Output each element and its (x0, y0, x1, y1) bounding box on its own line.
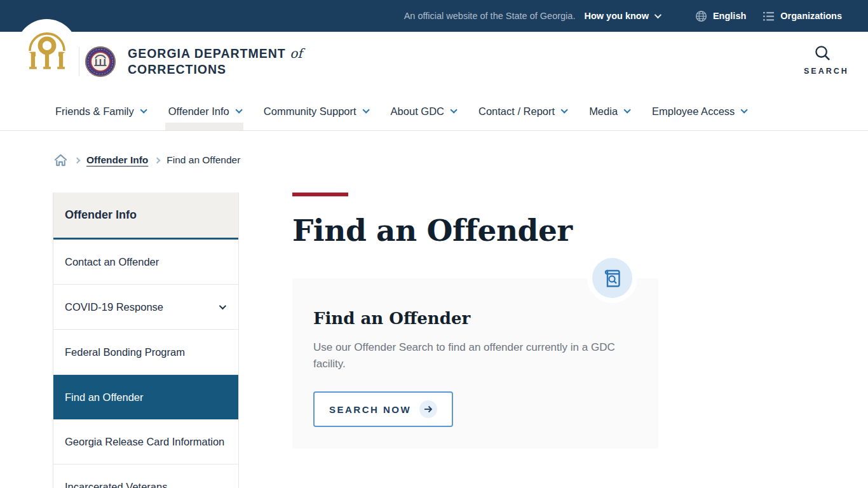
book-search-icon (602, 268, 623, 289)
header-divider (79, 47, 79, 76)
sidebar-item-incarcerated-veterans[interactable]: Incarcerated Veterans (53, 464, 238, 488)
nav-community-support[interactable]: Community Support (261, 92, 370, 130)
globe-icon (695, 10, 707, 22)
nav-offender-info[interactable]: Offender Info (165, 92, 243, 130)
search-icon (814, 44, 831, 62)
chevron-down-icon (654, 11, 661, 18)
agency-line1: GEORGIA DEPARTMENT of (128, 46, 302, 62)
card-icon-badge (592, 258, 632, 298)
chevron-down-icon (235, 106, 242, 113)
sidebar-item-georgia-release-card[interactable]: Georgia Release Card Information (53, 419, 238, 464)
find-offender-card: Find an Offender Use our Offender Search… (292, 278, 658, 449)
nav-friends-family[interactable]: Friends & Family (52, 92, 148, 130)
org-list-icon (763, 11, 775, 22)
chevron-down-icon (741, 106, 748, 113)
breadcrumb-separator-icon (74, 157, 81, 163)
nav-contact-report[interactable]: Contact / Report (475, 92, 569, 130)
chevron-down-icon (219, 302, 226, 309)
search-label: SEARCH (804, 67, 841, 76)
chevron-down-icon (450, 106, 457, 113)
nav-employee-access[interactable]: Employee Access (649, 92, 749, 130)
chevron-down-icon (561, 106, 568, 113)
breadcrumb-current: Find an Offender (166, 154, 240, 166)
sidebar-item-find-an-offender[interactable]: Find an Offender (53, 375, 238, 419)
search-now-button[interactable]: SEARCH NOW (313, 391, 453, 427)
how-you-know-dropdown[interactable]: How you know (584, 11, 660, 21)
organizations-link[interactable]: Organizations (763, 11, 842, 22)
site-search-button[interactable]: SEARCH (804, 44, 841, 76)
georgia-arch-logo[interactable] (16, 19, 78, 81)
main-content: Find an Offender Find an Offender Use ou… (292, 193, 658, 488)
breadcrumb: Offender Info Find an Offender (53, 153, 240, 167)
official-banner: An official website of the State of Geor… (0, 0, 868, 32)
page-title: Find an Offender (292, 213, 658, 248)
sidebar-item-covid-19-response[interactable]: COVID-19 Response (53, 285, 238, 330)
sidebar-item-federal-bonding-program[interactable]: Federal Bonding Program (53, 330, 238, 375)
sidebar-item-contact-an-offender[interactable]: Contact an Offender (53, 240, 238, 285)
breadcrumb-separator-icon (154, 157, 161, 163)
sidebar-title[interactable]: Offender Info (53, 193, 238, 240)
arrow-right-icon (419, 400, 437, 418)
nav-about-gdc[interactable]: About GDC (388, 92, 458, 130)
breadcrumb-offender-info[interactable]: Offender Info (86, 154, 148, 166)
main-navigation: Friends & Family Offender Info Community… (0, 92, 868, 131)
how-you-know-label: How you know (584, 11, 649, 21)
title-accent-bar (292, 193, 348, 196)
card-title: Find an Offender (313, 309, 637, 328)
site-header: GEORGIA DEPARTMENT of CORRECTIONS SEARCH (0, 32, 868, 92)
language-label: English (713, 11, 746, 21)
agency-line2: CORRECTIONS (128, 62, 302, 78)
card-description: Use our Offender Search to find an offen… (313, 339, 625, 372)
organizations-label: Organizations (780, 11, 842, 21)
official-website-text: An official website of the State of Geor… (404, 11, 576, 21)
chevron-down-icon (362, 106, 369, 113)
agency-title[interactable]: GEORGIA DEPARTMENT of CORRECTIONS (128, 46, 302, 78)
section-sidebar: Offender Info Contact an Offender COVID-… (53, 193, 239, 488)
nav-media[interactable]: Media (586, 92, 632, 130)
chevron-down-icon (624, 106, 631, 113)
arch-logo-icon (24, 27, 70, 74)
language-selector[interactable]: English (695, 10, 746, 22)
chevron-down-icon (140, 106, 147, 113)
gdc-seal-icon (85, 46, 116, 78)
home-icon[interactable] (53, 153, 68, 167)
